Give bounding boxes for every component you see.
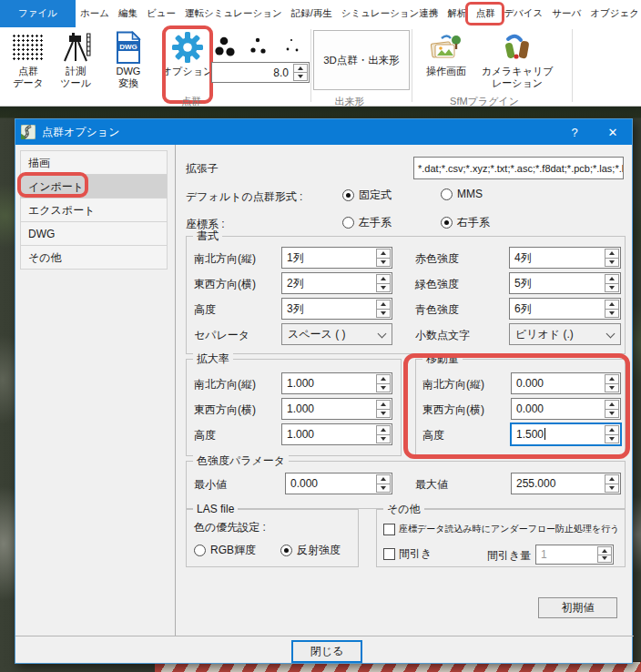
close-dialog-button[interactable]: 閉じる bbox=[292, 641, 361, 662]
dialog-title: 点群オプション bbox=[42, 125, 119, 140]
radio-right-hand-circle bbox=[441, 217, 453, 229]
dwg-convert-button[interactable]: DWG DWG 変換 bbox=[106, 29, 151, 97]
scale-ew-spinner[interactable]: 1.000 bbox=[281, 398, 392, 420]
altitude-column-spinner[interactable]: 3列 bbox=[281, 298, 392, 320]
sidebar-item-dwg[interactable]: DWG bbox=[20, 221, 168, 246]
radio-reflect-label: 反射強度 bbox=[297, 543, 341, 558]
tab-record-replay[interactable]: 記録/再生 bbox=[287, 0, 337, 27]
sidebar-item-drawing[interactable]: 描画 bbox=[20, 150, 168, 175]
blue-intensity-spinner[interactable]: 6列 bbox=[509, 298, 621, 320]
app-window: ファイル ホーム 編集 ビュー 運転シミュレーション 記録/再生 シミュレーショ… bbox=[0, 0, 641, 672]
tab-device[interactable]: デバイス bbox=[499, 0, 547, 27]
point-cloud-data-icon bbox=[12, 29, 45, 66]
offset-ns-label: 南北方向(縦) bbox=[422, 377, 484, 392]
3d-pointcloud-dekigata-button[interactable]: 3D点群・出来形 bbox=[313, 30, 410, 90]
camera-calibration-label1: カメラキャリブ bbox=[482, 66, 554, 77]
radio-left-hand[interactable]: 左手系 bbox=[342, 215, 392, 230]
radio-reflect-intensity[interactable]: 反射強度 bbox=[280, 543, 341, 558]
scale-ns-label: 南北方向(縦) bbox=[194, 377, 256, 392]
radio-mms[interactable]: MMS bbox=[441, 188, 483, 200]
checkbox-thinning[interactable]: 間引き bbox=[383, 546, 432, 562]
measure-tool-button[interactable]: 計測 ツール bbox=[55, 29, 97, 97]
point-size-spin-buttons[interactable] bbox=[293, 64, 308, 81]
tab-home[interactable]: ホーム bbox=[76, 0, 114, 27]
point-cloud-data-button[interactable]: 点群 データ bbox=[7, 29, 49, 97]
offset-ew-spinner[interactable]: 0.000 bbox=[511, 398, 621, 420]
extension-value: *.dat;*.csv;*.xyz;*.txt;*.asc;*.f8dat;*.… bbox=[418, 163, 624, 174]
photo-scene-icon bbox=[430, 29, 463, 66]
help-button[interactable]: ? bbox=[555, 119, 594, 145]
operation-screen-button[interactable]: 操作画面 bbox=[417, 29, 475, 97]
radio-rgb-luminance[interactable]: RGB輝度 bbox=[194, 543, 256, 558]
extension-input[interactable]: *.dat;*.csv;*.xyz;*.txt;*.asc;*.f8dat;*.… bbox=[413, 157, 624, 179]
checkbox-underflow[interactable]: 座標データ読込み時にアンダーフロー防止処理を行う bbox=[383, 523, 620, 535]
tab-point-cloud-label: 点群 bbox=[475, 7, 494, 20]
options-label: オプション bbox=[162, 66, 213, 77]
point-size-presets-icon[interactable] bbox=[215, 33, 306, 60]
sidebar-item-import-label: インポート bbox=[28, 180, 84, 193]
tab-server[interactable]: サーバ bbox=[547, 0, 585, 27]
radio-reflect-circle bbox=[280, 545, 292, 556]
radio-rgb-circle bbox=[194, 545, 206, 556]
groupbox-other-caption: その他 bbox=[383, 503, 424, 516]
radio-right-hand[interactable]: 右手系 bbox=[441, 215, 490, 230]
default-values-button[interactable]: 初期値 bbox=[538, 597, 617, 618]
ns-column-spinner[interactable]: 1列 bbox=[281, 247, 392, 269]
groupbox-intensity-caption: 色強度パラメータ bbox=[193, 454, 289, 468]
checkbox-thinning-box bbox=[383, 548, 395, 560]
altitude-column-label: 高度 bbox=[194, 302, 216, 318]
tab-point-cloud[interactable]: 点群 bbox=[471, 0, 499, 27]
offset-altitude-spinner[interactable]: 1.500 bbox=[511, 423, 621, 445]
offset-ns-spinner[interactable]: 0.000 bbox=[511, 372, 621, 394]
red-intensity-spinner[interactable]: 4列 bbox=[509, 247, 621, 269]
groupbox-offset-caption: 移動量 bbox=[422, 352, 463, 366]
scale-altitude-spinner[interactable]: 1.000 bbox=[281, 423, 392, 445]
green-intensity-label: 緑色強度 bbox=[415, 277, 459, 292]
tab-file[interactable]: ファイル bbox=[0, 0, 76, 27]
scale-altitude-label: 高度 bbox=[194, 428, 216, 443]
point-size-spinner[interactable]: 8.0 bbox=[211, 62, 310, 83]
tab-object-detection[interactable]: オブジェクト検出 bbox=[585, 0, 641, 27]
tab-edit[interactable]: 編集 bbox=[114, 0, 142, 27]
dialog-titlebar[interactable]: 点群オプション ? ✕ bbox=[15, 119, 632, 145]
radio-fixed-circle bbox=[342, 189, 354, 201]
sidebar-item-other[interactable]: その他 bbox=[20, 245, 168, 270]
close-window-button[interactable]: ✕ bbox=[594, 119, 632, 145]
radio-right-hand-label: 右手系 bbox=[457, 215, 490, 230]
thin-amount-spinner[interactable]: 1 bbox=[535, 545, 614, 565]
dwg-convert-label1: DWG bbox=[117, 66, 141, 77]
tab-view[interactable]: ビュー bbox=[142, 0, 180, 27]
gear-icon bbox=[171, 29, 204, 66]
camera-calibration-button[interactable]: カメラキャリブ レーション bbox=[479, 29, 555, 97]
tab-analysis[interactable]: 解析 bbox=[443, 0, 471, 27]
sidebar-item-import[interactable]: インポート bbox=[20, 174, 168, 199]
blue-intensity-label: 青色強度 bbox=[415, 302, 459, 318]
ew-column-spinner[interactable]: 2列 bbox=[281, 272, 392, 294]
point-size-value: 8.0 bbox=[273, 66, 289, 79]
sidebar: 描画 インポート エクスポート DWG その他 bbox=[20, 151, 168, 270]
checkbox-thinning-label: 間引き bbox=[399, 546, 432, 562]
radio-fixed[interactable]: 固定式 bbox=[342, 188, 392, 203]
intensity-min-spinner[interactable]: 0.000 bbox=[285, 473, 392, 494]
scale-ew-label: 東西方向(横) bbox=[194, 402, 256, 418]
separator-dropdown[interactable]: スペース ( ) bbox=[281, 323, 392, 345]
ribbon-group-divider bbox=[572, 29, 573, 102]
decimal-char-dropdown[interactable]: ピリオド (.) bbox=[509, 323, 621, 345]
options-button[interactable]: オプション bbox=[165, 29, 210, 97]
groupbox-las-file: LAS file bbox=[186, 509, 359, 567]
extension-label: 拡張子 bbox=[186, 161, 219, 177]
ribbon-group-divider bbox=[412, 29, 412, 102]
green-intensity-spinner[interactable]: 5列 bbox=[509, 272, 621, 294]
groupbox-las-caption: LAS file bbox=[193, 503, 238, 516]
tab-simulation-link[interactable]: シミュレーション連携 bbox=[337, 0, 443, 27]
default-values-label: 初期値 bbox=[562, 600, 595, 616]
intensity-max-spinner[interactable]: 255.000 bbox=[511, 473, 621, 494]
sidebar-item-export[interactable]: エクスポート bbox=[20, 198, 168, 222]
radio-left-hand-circle bbox=[342, 217, 354, 229]
red-intensity-label: 赤色強度 bbox=[415, 251, 459, 267]
scale-ns-spinner[interactable]: 1.000 bbox=[281, 372, 392, 394]
radio-mms-label: MMS bbox=[457, 188, 483, 200]
tab-drive-simulation[interactable]: 運転シミュレーション bbox=[180, 0, 287, 27]
chevron-down-icon bbox=[378, 330, 387, 339]
measure-tool-label1: 計測 bbox=[66, 66, 86, 77]
